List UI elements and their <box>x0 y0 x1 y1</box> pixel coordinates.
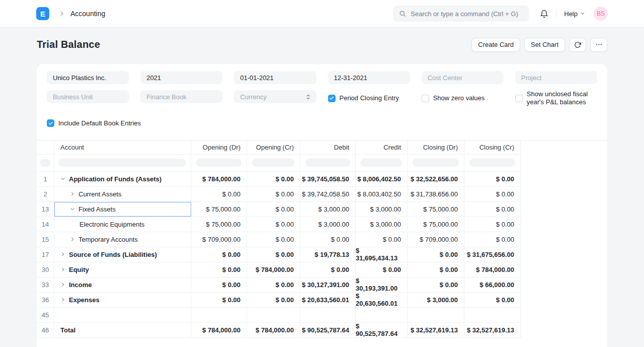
value-cell[interactable]: $ 0.00 <box>408 262 464 277</box>
company-filter-input[interactable]: Unico Plastics Inc. <box>47 71 129 84</box>
value-cell[interactable]: $ 31,738,656.00 <box>408 187 464 201</box>
chevron-right-icon[interactable] <box>60 252 65 257</box>
column-header-opening-cr-[interactable]: Opening (Cr) <box>247 141 300 154</box>
value-cell[interactable]: $ 0.00 <box>356 262 408 277</box>
chevron-right-icon[interactable] <box>70 237 75 242</box>
account-cell[interactable]: Income <box>54 277 191 292</box>
value-cell[interactable]: $ 66,000.00 <box>464 277 521 292</box>
column-filter-input[interactable] <box>40 159 51 167</box>
account-cell[interactable]: Temporary Accounts <box>54 232 191 247</box>
period-closing-entry-checkbox[interactable]: Period Closing Entry <box>328 90 410 107</box>
value-cell[interactable]: $ 0.00 <box>247 232 300 247</box>
value-cell[interactable]: $ 0.00 <box>191 247 247 262</box>
create-card-button[interactable]: Create Card <box>471 38 520 52</box>
column-filter-input[interactable] <box>413 159 459 167</box>
value-cell[interactable] <box>247 308 300 322</box>
column-filter-input[interactable] <box>252 159 295 167</box>
column-header-closing-dr-[interactable]: Closing (Dr) <box>408 141 464 154</box>
account-cell[interactable]: Expenses <box>54 293 191 307</box>
value-cell[interactable]: $ 784,000.00 <box>464 262 521 277</box>
fiscal-year-filter-input[interactable]: 2021 <box>140 71 222 84</box>
value-cell[interactable]: $ 20,633,560.01 <box>300 293 356 307</box>
business-unit-filter-input[interactable]: Business Unit <box>47 90 129 103</box>
checkbox-box-icon[interactable] <box>47 119 54 127</box>
value-cell[interactable]: $ 31,695,434.13 <box>356 247 408 262</box>
include-default-book-entries-checkbox[interactable]: Include Default Book Entries <box>47 119 597 127</box>
value-cell[interactable]: $ 0.00 <box>247 217 300 232</box>
column-filter-input[interactable] <box>361 159 402 167</box>
cost-center-filter-input[interactable]: Cost Center <box>422 71 504 84</box>
value-cell[interactable]: $ 32,527,619.13 <box>464 323 521 337</box>
value-cell[interactable]: $ 20,630,560.01 <box>356 293 408 307</box>
column-header-opening-dr-[interactable]: Opening (Dr) <box>191 141 247 154</box>
value-cell[interactable]: $ 39,742,058.50 <box>300 187 356 201</box>
value-cell[interactable]: $ 0.00 <box>247 277 300 292</box>
value-cell[interactable]: $ 0.00 <box>356 232 408 247</box>
value-cell[interactable]: $ 30,127,391.00 <box>300 277 356 292</box>
value-cell[interactable]: $ 0.00 <box>464 232 521 247</box>
notifications-button[interactable] <box>540 10 548 18</box>
column-header-debit[interactable]: Debit <box>300 141 356 154</box>
account-cell[interactable]: Total <box>54 323 191 337</box>
value-cell[interactable]: $ 0.00 <box>408 247 464 262</box>
value-cell[interactable]: $ 0.00 <box>300 262 356 277</box>
account-cell[interactable]: Fixed Assets <box>54 202 191 217</box>
value-cell[interactable]: $ 90,525,787.64 <box>300 323 356 337</box>
column-filter-input[interactable] <box>469 159 515 167</box>
value-cell[interactable]: $ 3,000.00 <box>408 293 464 307</box>
value-cell[interactable]: $ 709,000.00 <box>408 232 464 247</box>
value-cell[interactable]: $ 8,003,402.50 <box>356 187 408 201</box>
account-cell[interactable]: Current Assets <box>54 187 191 201</box>
value-cell[interactable] <box>300 308 356 322</box>
value-cell[interactable]: $ 19,778.13 <box>300 247 356 262</box>
value-cell[interactable]: $ 0.00 <box>300 232 356 247</box>
column-filter-input[interactable] <box>196 159 242 167</box>
value-cell[interactable]: $ 0.00 <box>191 262 247 277</box>
checkbox-box-icon[interactable] <box>515 95 523 102</box>
checkbox-box-icon[interactable] <box>422 95 429 102</box>
value-cell[interactable]: $ 0.00 <box>247 293 300 307</box>
value-cell[interactable]: $ 0.00 <box>464 187 521 201</box>
chevron-right-icon[interactable] <box>60 267 65 272</box>
refresh-button[interactable] <box>569 38 586 52</box>
value-cell[interactable]: $ 0.00 <box>247 247 300 262</box>
value-cell[interactable]: $ 3,000.00 <box>300 202 356 217</box>
account-cell[interactable]: Application of Funds (Assets) <box>54 172 191 186</box>
chevron-right-icon[interactable] <box>70 191 75 196</box>
account-cell[interactable]: Source of Funds (Liabilities) <box>54 247 191 262</box>
help-dropdown[interactable]: Help <box>564 10 585 18</box>
column-header-credit[interactable]: Credit <box>356 141 408 154</box>
value-cell[interactable]: $ 784,000.00 <box>191 172 247 186</box>
value-cell[interactable]: $ 0.00 <box>247 187 300 201</box>
column-header-closing-cr-[interactable]: Closing (Cr) <box>464 141 521 154</box>
chevron-down-icon[interactable] <box>70 206 75 212</box>
value-cell[interactable]: $ 75,000.00 <box>191 202 247 217</box>
value-cell[interactable]: $ 32,527,619.13 <box>408 323 464 337</box>
to-date-filter-input[interactable]: 12-31-2021 <box>328 71 410 84</box>
global-search-input[interactable]: Search or type a command (Ctrl + G) <box>393 6 529 22</box>
currency-filter-select[interactable]: Currency <box>234 90 316 103</box>
value-cell[interactable] <box>191 308 247 322</box>
value-cell[interactable]: $ 0.00 <box>191 277 247 292</box>
project-filter-input[interactable]: Project <box>515 71 597 84</box>
checkbox-box-icon[interactable] <box>328 95 336 102</box>
value-cell[interactable]: $ 75,000.00 <box>408 202 464 217</box>
account-cell[interactable]: Electronic Equipments <box>54 217 191 232</box>
value-cell[interactable]: $ 3,000.00 <box>356 202 408 217</box>
from-date-filter-input[interactable]: 01-01-2021 <box>234 71 316 84</box>
value-cell[interactable]: $ 0.00 <box>247 172 300 186</box>
value-cell[interactable]: $ 0.00 <box>464 293 521 307</box>
account-cell[interactable]: Equity <box>54 262 191 277</box>
value-cell[interactable]: $ 75,000.00 <box>191 217 247 232</box>
value-cell[interactable]: $ 75,000.00 <box>408 217 464 232</box>
user-avatar[interactable]: BS <box>594 7 608 21</box>
column-filter-input[interactable] <box>58 159 186 167</box>
value-cell[interactable]: $ 0.00 <box>464 172 521 186</box>
value-cell[interactable] <box>464 308 521 322</box>
value-cell[interactable]: $ 0.00 <box>408 277 464 292</box>
show-unclosed-pl-balances-checkbox[interactable]: Show unclosed fiscal year's P&L balances <box>515 90 597 107</box>
value-cell[interactable]: $ 39,745,058.50 <box>300 172 356 186</box>
menu-button[interactable] <box>590 38 607 52</box>
value-cell[interactable]: $ 3,000.00 <box>300 217 356 232</box>
set-chart-button[interactable]: Set Chart <box>524 38 565 52</box>
